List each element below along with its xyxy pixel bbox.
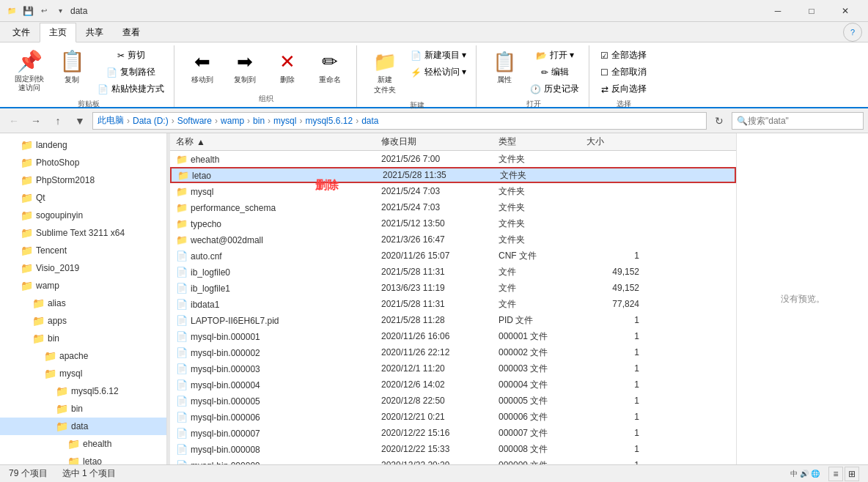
invert-selection-button[interactable]: ⇄ 反向选择 xyxy=(597,81,650,97)
table-row[interactable]: 📁ehealth 2021/5/26 7:00 文件夹 xyxy=(170,151,736,167)
undo-icon: ↩ xyxy=(38,5,50,17)
sidebar-item-ehealth[interactable]: 📁 ehealth xyxy=(0,435,166,453)
table-row[interactable]: 📁letao 2021/5/28 11:35 文件夹 xyxy=(170,167,736,183)
file-name: 📄mysql-bin.000003 xyxy=(176,363,381,374)
sidebar-item-data[interactable]: 📁 data xyxy=(0,418,166,435)
path-computer[interactable]: 此电脑 xyxy=(98,114,124,127)
sidebar-item-tencent[interactable]: 📁 Tencent xyxy=(0,242,166,259)
sidebar-item-mysql-version[interactable]: 📁 mysql5.6.12 xyxy=(0,382,166,400)
tab-file[interactable]: 文件 xyxy=(3,23,40,42)
properties-label: 属性 xyxy=(497,75,512,85)
details-view-button[interactable]: ≡ xyxy=(828,467,843,481)
col-size-header[interactable]: 大小 xyxy=(586,136,645,148)
path-software[interactable]: Software xyxy=(177,116,212,126)
table-row[interactable]: 📄mysql-bin.000008 2020/12/22 15:33 00000… xyxy=(170,441,736,457)
table-row[interactable]: 📄mysql-bin.000009 2020/12/22 20:29 00000… xyxy=(170,457,736,464)
sidebar-item-qt[interactable]: 📁 Qt xyxy=(0,189,166,207)
copy-to-button[interactable]: ➡ 复制到 xyxy=(224,47,265,89)
table-row[interactable]: 📄LAPTOP-II6EH6L7.pid 2021/5/28 11:28 PID… xyxy=(170,312,736,328)
sidebar-item-bin[interactable]: 📁 bin xyxy=(0,330,166,347)
organize-label: 组织 xyxy=(259,92,273,105)
sidebar-item-apps[interactable]: 📁 apps xyxy=(0,312,166,330)
new-item-button[interactable]: 📄 新建项目 ▾ xyxy=(407,47,470,64)
deselect-all-icon: ☐ xyxy=(600,67,608,78)
table-row[interactable]: 📄mysql-bin.000006 2020/12/21 0:21 000006… xyxy=(170,409,736,425)
sidebar-item-wamp[interactable]: 📁 wamp xyxy=(0,277,166,294)
delete-button[interactable]: ✕ 删除 xyxy=(267,47,308,89)
col-date-header[interactable]: 修改日期 xyxy=(381,136,499,148)
select-all-button[interactable]: ☑ 全部选择 xyxy=(597,47,650,64)
sidebar-item-photoshop[interactable]: 📁 PhotoShop xyxy=(0,154,166,171)
table-row[interactable]: 📄mysql-bin.000001 2020/11/26 16:06 00000… xyxy=(170,328,736,344)
recent-locations-button[interactable]: ▼ xyxy=(70,111,89,130)
table-row[interactable]: 📄mysql-bin.000003 2020/12/1 11:20 000003… xyxy=(170,360,736,377)
icons-view-button[interactable]: ⊞ xyxy=(845,467,859,481)
properties-button[interactable]: 📋 属性 xyxy=(484,47,525,89)
title-bar-left: 📁 💾 ↩ ▾ data xyxy=(6,5,87,17)
path-wamp[interactable]: wamp xyxy=(221,116,244,126)
history-button[interactable]: 🕐 历史记录 xyxy=(526,81,583,97)
up-button[interactable]: ↑ xyxy=(48,111,67,130)
sidebar-item-phpstorm[interactable]: 📁 PhpStorm2018 xyxy=(0,171,166,189)
table-row[interactable]: 📁wechat@002dmall 2021/3/26 16:47 文件夹 xyxy=(170,231,736,248)
path-bin[interactable]: bin xyxy=(253,116,265,126)
sidebar-item-sogoupinyin[interactable]: 📁 sogoupinyin xyxy=(0,207,166,224)
copy-path-button[interactable]: 📄 复制路径 xyxy=(94,64,168,81)
cut-button[interactable]: ✂ 剪切 xyxy=(94,47,168,64)
table-row[interactable]: 📁performance_schema 2021/5/24 7:03 文件夹 xyxy=(170,199,736,215)
tab-view[interactable]: 查看 xyxy=(113,23,150,42)
system-tray: 中 🔊 🌐 xyxy=(790,469,820,479)
table-row[interactable]: 📄auto.cnf 2020/11/26 15:07 CNF 文件 1 xyxy=(170,248,736,264)
path-data[interactable]: data xyxy=(361,116,378,126)
maximize-button[interactable]: □ xyxy=(795,0,828,22)
paste-shortcut-button[interactable]: 📄 粘贴快捷方式 xyxy=(94,81,168,97)
col-type-header[interactable]: 类型 xyxy=(499,136,586,148)
pin-button[interactable]: 📌 固定到快速访问 xyxy=(9,47,50,96)
help-button[interactable]: ? xyxy=(843,23,862,42)
table-row[interactable]: 📄ib_logfile0 2021/5/28 11:31 文件 49,152 xyxy=(170,264,736,280)
address-path[interactable]: 此电脑 › Data (D:) › Software › wamp › bin … xyxy=(92,112,707,130)
new-folder-button[interactable]: 📁 新建文件夹 xyxy=(364,47,405,99)
edit-button[interactable]: ✏ 编辑 xyxy=(526,64,583,81)
sidebar-item-sublime[interactable]: 📁 Sublime Text 3211 x64 xyxy=(0,224,166,242)
open-button[interactable]: 📂 打开 ▾ xyxy=(526,47,583,64)
table-row[interactable]: 📄ibdata1 2021/5/28 11:31 文件 77,824 xyxy=(170,296,736,312)
sidebar-item-landeng[interactable]: 📁 landeng xyxy=(0,136,166,154)
table-row[interactable]: 📄ib_logfile1 2013/6/23 11:19 文件 49,152 xyxy=(170,280,736,296)
tab-home[interactable]: 主页 xyxy=(40,23,76,42)
minimize-button[interactable]: ─ xyxy=(761,0,795,22)
dropdown-icon: ▾ xyxy=(54,5,66,17)
file-type-icon: 📄 xyxy=(176,251,188,262)
paste-button[interactable]: 📋 复制 xyxy=(51,47,92,89)
folder-icon-mysql: 📁 xyxy=(44,368,56,379)
path-mysql[interactable]: mysql xyxy=(273,116,296,126)
search-input[interactable] xyxy=(748,116,858,126)
tab-share[interactable]: 共享 xyxy=(76,23,113,42)
sidebar-item-bin2[interactable]: 📁 bin xyxy=(0,400,166,418)
path-drive[interactable]: Data (D:) xyxy=(133,116,169,126)
table-row[interactable]: 📄mysql-bin.000005 2020/12/8 22:50 000005… xyxy=(170,393,736,409)
path-mysql-version[interactable]: mysql5.6.12 xyxy=(305,116,353,126)
sidebar-item-alias[interactable]: 📁 alias xyxy=(0,294,166,312)
deselect-all-button[interactable]: ☐ 全部取消 xyxy=(597,64,650,81)
table-row[interactable]: 📁typecho 2021/5/12 13:50 文件夹 xyxy=(170,215,736,231)
table-row[interactable]: 📄mysql-bin.000004 2020/12/6 14:02 000004… xyxy=(170,377,736,393)
close-button[interactable]: ✕ xyxy=(828,0,862,22)
address-bar: ← → ↑ ▼ 此电脑 › Data (D:) › Software › wam… xyxy=(0,108,868,133)
sidebar-item-apache[interactable]: 📁 apache xyxy=(0,347,166,365)
table-row[interactable]: 📄mysql-bin.000002 2020/11/26 22:12 00000… xyxy=(170,344,736,360)
table-row[interactable]: 📄mysql-bin.000007 2020/12/22 15:16 00000… xyxy=(170,425,736,441)
refresh-button[interactable]: ↻ xyxy=(710,111,729,130)
table-row[interactable]: 📁mysql 2021/5/24 7:03 文件夹 xyxy=(170,183,736,199)
forward-button[interactable]: → xyxy=(26,111,45,130)
move-to-button[interactable]: ⬅ 移动到 xyxy=(182,47,223,89)
sidebar-item-visio[interactable]: 📁 Visio_2019 xyxy=(0,259,166,277)
rename-button[interactable]: ✏ 重命名 xyxy=(309,47,350,89)
back-button[interactable]: ← xyxy=(4,111,23,130)
sidebar-item-mysql[interactable]: 📁 mysql xyxy=(0,365,166,382)
search-box[interactable]: 🔍 xyxy=(732,112,864,130)
col-name-header[interactable]: 名称 ▲ xyxy=(176,136,381,148)
sidebar-item-letao[interactable]: 📁 letao xyxy=(0,453,166,464)
easy-access-button[interactable]: ⚡ 轻松访问 ▾ xyxy=(407,64,470,81)
sidebar-label-mysql-version: mysql5.6.12 xyxy=(71,386,119,396)
